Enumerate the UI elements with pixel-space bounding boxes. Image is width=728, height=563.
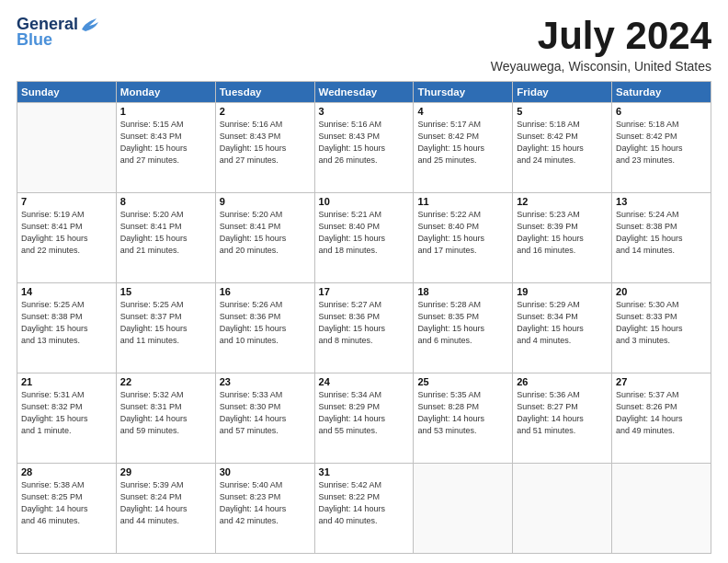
day-info: Sunrise: 5:15 AM Sunset: 8:43 PM Dayligh… xyxy=(120,119,211,167)
calendar-week-2: 7Sunrise: 5:19 AM Sunset: 8:41 PM Daylig… xyxy=(17,193,711,283)
day-number: 11 xyxy=(417,196,508,207)
calendar-cell: 30Sunrise: 5:40 AM Sunset: 8:23 PM Dayli… xyxy=(215,464,314,554)
day-info: Sunrise: 5:37 AM Sunset: 8:26 PM Dayligh… xyxy=(616,389,707,437)
calendar-cell: 26Sunrise: 5:36 AM Sunset: 8:27 PM Dayli… xyxy=(513,373,612,464)
title-block: July 2024 Weyauwega, Wisconsin, United S… xyxy=(491,15,711,74)
calendar-cell xyxy=(612,464,711,554)
day-number: 5 xyxy=(517,106,608,117)
day-number: 4 xyxy=(417,106,508,117)
calendar-week-4: 21Sunrise: 5:31 AM Sunset: 8:32 PM Dayli… xyxy=(17,373,711,464)
day-number: 31 xyxy=(319,466,410,477)
day-number: 15 xyxy=(120,286,211,297)
day-number: 25 xyxy=(417,376,508,387)
day-number: 17 xyxy=(319,286,410,297)
day-number: 12 xyxy=(517,196,608,207)
day-of-week-thursday: Thursday xyxy=(414,82,513,103)
day-info: Sunrise: 5:27 AM Sunset: 8:36 PM Dayligh… xyxy=(319,299,410,347)
day-info: Sunrise: 5:42 AM Sunset: 8:22 PM Dayligh… xyxy=(319,479,410,527)
calendar-cell: 22Sunrise: 5:32 AM Sunset: 8:31 PM Dayli… xyxy=(116,373,215,464)
day-number: 7 xyxy=(21,196,112,207)
day-of-week-wednesday: Wednesday xyxy=(314,82,414,103)
calendar-cell: 4Sunrise: 5:17 AM Sunset: 8:42 PM Daylig… xyxy=(414,103,513,193)
day-number: 18 xyxy=(417,286,508,297)
day-number: 13 xyxy=(616,196,707,207)
calendar-cell: 7Sunrise: 5:19 AM Sunset: 8:41 PM Daylig… xyxy=(17,193,117,283)
day-info: Sunrise: 5:39 AM Sunset: 8:24 PM Dayligh… xyxy=(120,479,211,527)
day-number: 16 xyxy=(220,286,311,297)
day-info: Sunrise: 5:16 AM Sunset: 8:43 PM Dayligh… xyxy=(220,119,311,167)
calendar-cell: 16Sunrise: 5:26 AM Sunset: 8:36 PM Dayli… xyxy=(215,283,314,373)
day-number: 28 xyxy=(21,466,112,477)
day-info: Sunrise: 5:38 AM Sunset: 8:25 PM Dayligh… xyxy=(21,479,112,527)
calendar-cell: 23Sunrise: 5:33 AM Sunset: 8:30 PM Dayli… xyxy=(215,373,314,464)
calendar-cell: 31Sunrise: 5:42 AM Sunset: 8:22 PM Dayli… xyxy=(314,464,414,554)
header: General Blue July 2024 Weyauwega, Wiscon… xyxy=(17,15,711,74)
calendar-location: Weyauwega, Wisconsin, United States xyxy=(491,59,711,74)
day-number: 24 xyxy=(319,376,410,387)
day-number: 22 xyxy=(120,376,211,387)
day-number: 14 xyxy=(21,286,112,297)
calendar-cell: 28Sunrise: 5:38 AM Sunset: 8:25 PM Dayli… xyxy=(17,464,117,554)
day-info: Sunrise: 5:31 AM Sunset: 8:32 PM Dayligh… xyxy=(21,389,112,437)
calendar-cell: 13Sunrise: 5:24 AM Sunset: 8:38 PM Dayli… xyxy=(612,193,711,283)
calendar-cell xyxy=(414,464,513,554)
calendar-week-3: 14Sunrise: 5:25 AM Sunset: 8:38 PM Dayli… xyxy=(17,283,711,373)
day-info: Sunrise: 5:25 AM Sunset: 8:38 PM Dayligh… xyxy=(21,299,112,347)
day-number: 30 xyxy=(220,466,311,477)
logo-bird-icon xyxy=(80,17,100,33)
calendar-cell: 15Sunrise: 5:25 AM Sunset: 8:37 PM Dayli… xyxy=(116,283,215,373)
calendar-week-1: 1Sunrise: 5:15 AM Sunset: 8:43 PM Daylig… xyxy=(17,103,711,193)
calendar-cell: 6Sunrise: 5:18 AM Sunset: 8:42 PM Daylig… xyxy=(612,103,711,193)
calendar-cell: 29Sunrise: 5:39 AM Sunset: 8:24 PM Dayli… xyxy=(116,464,215,554)
calendar-cell: 25Sunrise: 5:35 AM Sunset: 8:28 PM Dayli… xyxy=(414,373,513,464)
day-info: Sunrise: 5:28 AM Sunset: 8:35 PM Dayligh… xyxy=(417,299,508,347)
calendar-body: 1Sunrise: 5:15 AM Sunset: 8:43 PM Daylig… xyxy=(17,103,711,554)
day-info: Sunrise: 5:20 AM Sunset: 8:41 PM Dayligh… xyxy=(120,209,211,257)
day-number: 2 xyxy=(220,106,311,117)
day-number: 26 xyxy=(517,376,608,387)
day-info: Sunrise: 5:24 AM Sunset: 8:38 PM Dayligh… xyxy=(616,209,707,257)
calendar-cell xyxy=(17,103,117,193)
calendar-cell: 8Sunrise: 5:20 AM Sunset: 8:41 PM Daylig… xyxy=(116,193,215,283)
day-info: Sunrise: 5:29 AM Sunset: 8:34 PM Dayligh… xyxy=(517,299,608,347)
day-number: 27 xyxy=(616,376,707,387)
day-info: Sunrise: 5:32 AM Sunset: 8:31 PM Dayligh… xyxy=(120,389,211,437)
calendar-cell: 1Sunrise: 5:15 AM Sunset: 8:43 PM Daylig… xyxy=(116,103,215,193)
calendar-page: General Blue July 2024 Weyauwega, Wiscon… xyxy=(0,0,728,563)
day-number: 20 xyxy=(616,286,707,297)
day-of-week-saturday: Saturday xyxy=(612,82,711,103)
calendar-cell: 20Sunrise: 5:30 AM Sunset: 8:33 PM Dayli… xyxy=(612,283,711,373)
logo: General Blue xyxy=(17,15,100,50)
days-of-week-row: SundayMondayTuesdayWednesdayThursdayFrid… xyxy=(17,82,711,103)
calendar-cell: 21Sunrise: 5:31 AM Sunset: 8:32 PM Dayli… xyxy=(17,373,117,464)
calendar-cell: 5Sunrise: 5:18 AM Sunset: 8:42 PM Daylig… xyxy=(513,103,612,193)
calendar-week-5: 28Sunrise: 5:38 AM Sunset: 8:25 PM Dayli… xyxy=(17,464,711,554)
day-info: Sunrise: 5:30 AM Sunset: 8:33 PM Dayligh… xyxy=(616,299,707,347)
day-info: Sunrise: 5:26 AM Sunset: 8:36 PM Dayligh… xyxy=(220,299,311,347)
calendar-cell: 27Sunrise: 5:37 AM Sunset: 8:26 PM Dayli… xyxy=(612,373,711,464)
calendar-cell xyxy=(513,464,612,554)
day-info: Sunrise: 5:16 AM Sunset: 8:43 PM Dayligh… xyxy=(319,119,410,167)
day-of-week-sunday: Sunday xyxy=(17,82,117,103)
calendar-cell: 17Sunrise: 5:27 AM Sunset: 8:36 PM Dayli… xyxy=(314,283,414,373)
logo-blue-text: Blue xyxy=(17,30,52,50)
calendar-cell: 11Sunrise: 5:22 AM Sunset: 8:40 PM Dayli… xyxy=(414,193,513,283)
day-of-week-tuesday: Tuesday xyxy=(215,82,314,103)
day-info: Sunrise: 5:23 AM Sunset: 8:39 PM Dayligh… xyxy=(517,209,608,257)
calendar-cell: 12Sunrise: 5:23 AM Sunset: 8:39 PM Dayli… xyxy=(513,193,612,283)
calendar-cell: 9Sunrise: 5:20 AM Sunset: 8:41 PM Daylig… xyxy=(215,193,314,283)
day-number: 21 xyxy=(21,376,112,387)
calendar-cell: 10Sunrise: 5:21 AM Sunset: 8:40 PM Dayli… xyxy=(314,193,414,283)
day-number: 6 xyxy=(616,106,707,117)
day-number: 3 xyxy=(319,106,410,117)
day-info: Sunrise: 5:34 AM Sunset: 8:29 PM Dayligh… xyxy=(319,389,410,437)
calendar-title: July 2024 xyxy=(491,15,711,57)
calendar-cell: 18Sunrise: 5:28 AM Sunset: 8:35 PM Dayli… xyxy=(414,283,513,373)
day-of-week-friday: Friday xyxy=(513,82,612,103)
day-number: 10 xyxy=(319,196,410,207)
day-info: Sunrise: 5:35 AM Sunset: 8:28 PM Dayligh… xyxy=(417,389,508,437)
day-number: 29 xyxy=(120,466,211,477)
day-info: Sunrise: 5:21 AM Sunset: 8:40 PM Dayligh… xyxy=(319,209,410,257)
calendar-header: SundayMondayTuesdayWednesdayThursdayFrid… xyxy=(17,82,711,103)
day-of-week-monday: Monday xyxy=(116,82,215,103)
